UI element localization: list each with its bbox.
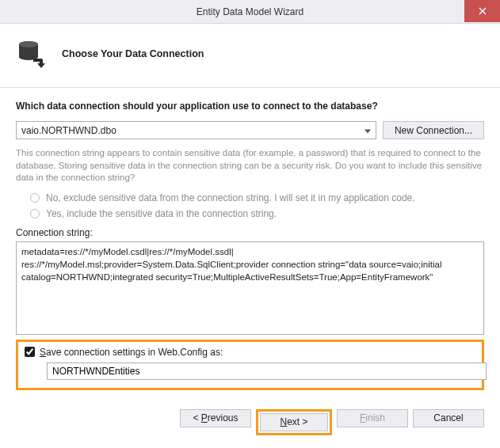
cancel-button[interactable]: Cancel bbox=[413, 409, 484, 427]
next-button[interactable]: Next > bbox=[260, 413, 328, 431]
wizard-subtitle: Choose Your Data Connection bbox=[62, 48, 204, 59]
radio-icon bbox=[30, 193, 40, 203]
wizard-content: Which data connection should your applic… bbox=[0, 88, 500, 398]
next-highlight: Next > bbox=[256, 409, 332, 435]
save-settings-checkbox-row[interactable]: Save connection settings in Web.Config a… bbox=[25, 347, 475, 358]
close-button[interactable] bbox=[464, 0, 500, 22]
radio-include-sensitive: Yes, include the sensitive data in the c… bbox=[30, 208, 484, 219]
cancel-label: Cancel bbox=[433, 412, 463, 423]
finish-label: Finish bbox=[360, 412, 385, 423]
radio-icon bbox=[30, 209, 40, 218]
save-settings-label: Save connection settings in Web.Config a… bbox=[40, 347, 223, 358]
wizard-footer: < Previous Next > Finish Cancel bbox=[0, 398, 500, 446]
radio-include-label: Yes, include the sensitive data in the c… bbox=[46, 208, 277, 219]
next-label: Next > bbox=[280, 416, 307, 427]
connection-row: vaio.NORTHWND.dbo New Connection... bbox=[16, 121, 484, 139]
sensitive-data-message: This connection string appears to contai… bbox=[16, 147, 484, 184]
save-settings-checkbox[interactable] bbox=[25, 347, 35, 357]
new-connection-button[interactable]: New Connection... bbox=[383, 121, 484, 139]
save-settings-highlight: Save connection settings in Web.Config a… bbox=[16, 340, 484, 390]
connection-prompt: Which data connection should your applic… bbox=[16, 101, 484, 112]
previous-label: < Previous bbox=[193, 412, 238, 423]
wizard-header: Choose Your Data Connection bbox=[0, 24, 500, 88]
database-icon bbox=[17, 38, 49, 70]
entity-name-input[interactable] bbox=[47, 363, 487, 380]
close-icon bbox=[479, 7, 487, 15]
finish-button: Finish bbox=[337, 409, 408, 427]
radio-exclude-sensitive: No, exclude sensitive data from the conn… bbox=[30, 192, 484, 203]
window-title: Entity Data Model Wizard bbox=[197, 6, 303, 17]
connection-string-label: Connection string: bbox=[16, 227, 484, 238]
radio-exclude-label: No, exclude sensitive data from the conn… bbox=[46, 192, 415, 203]
new-connection-label: New Connection... bbox=[395, 125, 472, 136]
svg-point-1 bbox=[19, 41, 38, 47]
dropdown-selected: vaio.NORTHWND.dbo bbox=[21, 125, 116, 136]
previous-button[interactable]: < Previous bbox=[180, 409, 251, 427]
connection-string-box[interactable]: metadata=res://*/myModel.csdl|res://*/my… bbox=[16, 241, 484, 335]
title-bar: Entity Data Model Wizard bbox=[0, 0, 500, 24]
connection-string-text: metadata=res://*/myModel.csdl|res://*/my… bbox=[21, 247, 445, 282]
connection-dropdown[interactable]: vaio.NORTHWND.dbo bbox=[16, 121, 376, 139]
